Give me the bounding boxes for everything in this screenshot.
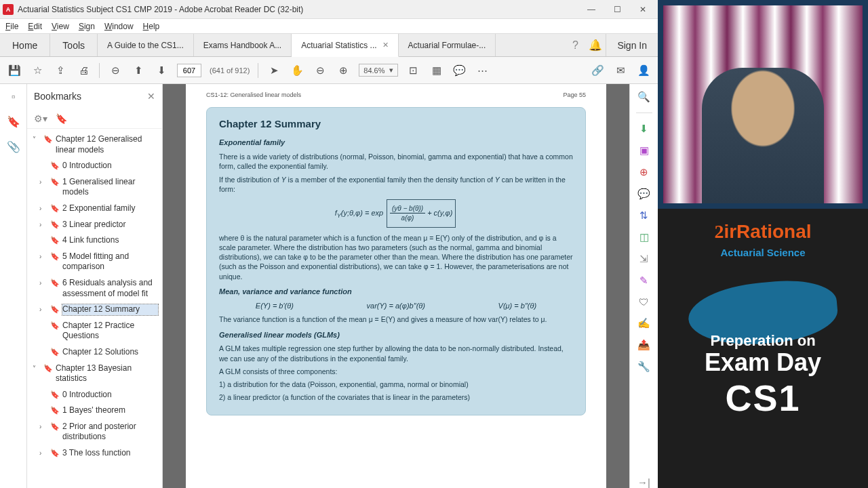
add-person-icon[interactable]: 👤	[636, 63, 651, 78]
menu-edit[interactable]: Edit	[28, 22, 42, 31]
bookmarks-icon[interactable]: 🔖	[7, 115, 20, 128]
brand-subtitle: Actuarial Science	[658, 247, 868, 258]
menubar: File Edit View Sign Window Help	[0, 19, 658, 34]
menu-view[interactable]: View	[52, 22, 69, 31]
bookmark-item[interactable]: ˅🔖Chapter 13 Bayesian statistics	[30, 361, 161, 387]
bookmarks-tree[interactable]: ˅🔖Chapter 12 Generalised linear models🔖0…	[27, 129, 162, 488]
save-icon[interactable]: 💾	[7, 63, 22, 78]
read-mode-icon[interactable]: ▦	[429, 63, 444, 78]
doctab-formulae[interactable]: Actuarial Formulae-...	[399, 34, 496, 56]
bookmark-item[interactable]: 🔖1 Bayes' theorem	[30, 403, 161, 419]
bookmark-item[interactable]: ›🔖6 Residuals analysis and assessment of…	[30, 275, 161, 302]
glm-comp-1: 1) a distribution for the data (Poisson,…	[219, 380, 573, 389]
bookmarks-title: Bookmarks	[34, 91, 81, 102]
attachments-icon[interactable]: 📎	[7, 140, 20, 153]
combine-icon[interactable]: ◫	[639, 231, 649, 243]
fill-sign-icon[interactable]: ✍	[637, 317, 650, 329]
bm-options-icon[interactable]: ⚙▾	[34, 113, 47, 124]
share-link-icon[interactable]: 🔗	[590, 63, 605, 78]
webcam-feed	[658, 0, 868, 209]
export-pdf-icon[interactable]: ⬇	[639, 123, 648, 135]
zoom-dropdown[interactable]: 84.6%▾	[359, 64, 397, 77]
page-down-icon[interactable]: ⬇	[154, 63, 169, 78]
print-icon[interactable]: 🖨	[76, 63, 91, 78]
chapter-summary-heading: Chapter 12 Summary	[219, 117, 573, 131]
bookmark-item[interactable]: ›🔖1 Generalised linear models	[30, 174, 161, 201]
protect-icon[interactable]: 🛡	[639, 296, 649, 308]
thumbnails-icon[interactable]: ▫	[12, 91, 16, 103]
tab-home[interactable]: Home	[0, 34, 50, 56]
brand-logo: 2irRational Actuarial Science	[658, 209, 868, 262]
bookmark-item[interactable]: 🔖4 Link functions	[30, 232, 161, 249]
edit-pdf-icon[interactable]: ▣	[639, 144, 649, 157]
more-tools-icon[interactable]: 🔧	[637, 361, 650, 373]
glm-p2: A GLM consists of three components:	[219, 367, 573, 376]
compress-icon[interactable]: ⇲	[639, 253, 648, 265]
star-icon[interactable]: ☆	[30, 63, 45, 78]
bell-icon[interactable]: 🔔	[585, 34, 606, 56]
page-total: (641 of 912)	[210, 66, 250, 75]
bm-new-icon[interactable]: 🔖	[56, 113, 67, 124]
email-icon[interactable]: ✉	[613, 63, 628, 78]
bookmark-item[interactable]: 🔖0 Introduction	[30, 387, 161, 403]
bookmark-item[interactable]: 🔖0 Introduction	[30, 158, 161, 174]
document-area[interactable]: CS1-12: Generalised linear models Page 5…	[163, 84, 629, 488]
density-formula: fY(y;θ,φ) = exp (yθ − b(θ))a(φ) + c(y,φ)	[219, 199, 573, 228]
close-button[interactable]: ✕	[631, 1, 655, 18]
signin-button[interactable]: Sign In	[606, 34, 658, 56]
bookmark-item[interactable]: ›🔖3 The loss function	[30, 445, 161, 462]
menu-sign[interactable]: Sign	[79, 22, 95, 31]
menu-help[interactable]: Help	[143, 22, 160, 31]
collapse-rail-icon[interactable]: →|	[637, 476, 650, 488]
close-tab-icon[interactable]: ✕	[382, 41, 389, 49]
organize-icon[interactable]: ⇅	[639, 209, 648, 222]
maximize-button[interactable]: ☐	[605, 1, 629, 18]
hand-tool-icon[interactable]: ✋	[290, 63, 304, 78]
splash-line1: Preperation on	[710, 332, 815, 350]
window-title: Actuarial Statistics Subject CS1 CMP 201…	[18, 5, 579, 14]
menu-file[interactable]: File	[5, 22, 18, 31]
create-pdf-icon[interactable]: ⊕	[639, 166, 648, 178]
page-up-icon[interactable]: ⬆	[131, 63, 146, 78]
send-icon[interactable]: 📤	[637, 339, 650, 351]
redact-icon[interactable]: ✎	[639, 274, 648, 287]
bookmark-item[interactable]: ›🔖3 Linear predictor	[30, 217, 161, 233]
bookmark-item[interactable]: ›🔖Chapter 12 Summary	[30, 302, 161, 318]
bookmark-item[interactable]: ˅🔖Chapter 12 Generalised linear models	[30, 131, 161, 158]
glm-p1: A GLM takes multiple regression one step…	[219, 344, 573, 363]
minimize-button[interactable]: —	[579, 1, 604, 18]
select-arrow-icon[interactable]: ➤	[267, 63, 281, 78]
mean-var-formulas: E(Y) = b′(θ)var(Y) = a(φ)b″(θ)V(μ) = b″(…	[219, 301, 573, 311]
tab-tools[interactable]: Tools	[50, 34, 98, 56]
bookmark-item[interactable]: ›🔖2 Prior and posterior distributions	[30, 419, 161, 445]
bookmark-item[interactable]: 🔖Chapter 12 Practice Questions	[30, 318, 161, 344]
bookmark-item[interactable]: ›🔖5 Model fitting and comparison	[30, 249, 161, 275]
zoom-out-icon[interactable]: ⊖	[108, 63, 123, 78]
toolbar: 💾 ☆ ⇪ 🖨 ⊖ ⬆ ⬇ (641 of 912) ➤ ✋ ⊖ ⊕ 84.6%…	[0, 57, 658, 84]
comment-icon[interactable]: 💬	[452, 63, 467, 78]
tabbar: Home Tools A Guide to the CS1... Exams H…	[0, 34, 658, 57]
left-rail: ▫ 🔖 📎	[0, 84, 27, 488]
cloud-upload-icon[interactable]: ⇪	[53, 63, 68, 78]
page-input[interactable]	[177, 64, 201, 77]
bookmark-item[interactable]: ›🔖2 Exponential family	[30, 201, 161, 217]
search-tool-icon[interactable]: 🔍	[637, 91, 650, 103]
doctab-guide[interactable]: A Guide to the CS1...	[98, 34, 194, 56]
comment-tool-icon[interactable]: 💬	[637, 188, 650, 200]
close-panel-icon[interactable]: ✕	[147, 91, 155, 102]
pdf-page: CS1-12: Generalised linear models Page 5…	[186, 84, 606, 488]
menu-window[interactable]: Window	[104, 22, 134, 31]
zoom-minus-icon[interactable]: ⊖	[313, 63, 328, 78]
doctab-actuarial-stats[interactable]: Actuarial Statistics ...✕	[292, 34, 398, 57]
help-icon[interactable]: ?	[565, 34, 585, 56]
bookmark-item[interactable]: 🔖Chapter 12 Solutions	[30, 344, 161, 361]
video-overlay: 2irRational Actuarial Science Preperatio…	[658, 0, 868, 488]
page-header-right: Page 55	[563, 91, 586, 99]
doctab-handbook[interactable]: Exams Handbook A...	[194, 34, 292, 56]
zoom-plus-icon[interactable]: ⊕	[336, 63, 351, 78]
fit-width-icon[interactable]: ⊡	[406, 63, 421, 78]
exp-family-p1: There is a wide variety of distributions…	[219, 152, 573, 171]
more-icon[interactable]: ⋯	[475, 63, 490, 78]
bookmarks-panel: Bookmarks ✕ ⚙▾ 🔖 ˅🔖Chapter 12 Generalise…	[27, 84, 163, 488]
glm-heading: Generalised linear models (GLMs)	[219, 330, 573, 340]
